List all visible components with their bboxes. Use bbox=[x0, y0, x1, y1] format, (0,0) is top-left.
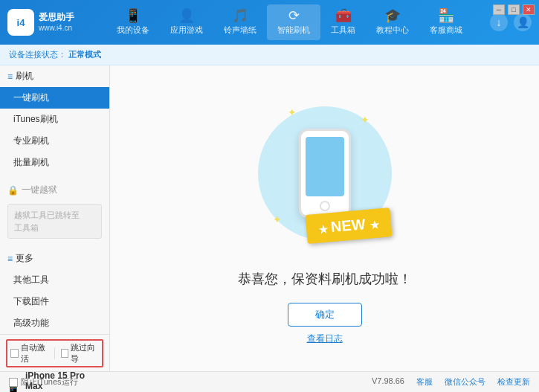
sidebar-item-download-firmware[interactable]: 下载固件 bbox=[0, 291, 109, 312]
sparkle-icon-3: ✦ bbox=[273, 213, 282, 225]
device-options-row: 自动激活 跳过向导 bbox=[6, 339, 103, 367]
nav-bar: 📱 我的设备 👤 应用游戏 🎵 铃声墙纸 ⟳ 智能刷机 🧰 工具箱 🎓 教 bbox=[89, 4, 490, 40]
sidebar: ≡ 刷机 一键刷机 iTunes刷机 专业刷机 批量刷机 🔒 一键越狱 bbox=[0, 65, 110, 371]
confirm-button[interactable]: 确定 bbox=[288, 303, 362, 327]
skip-backup-checkbox[interactable] bbox=[61, 349, 69, 358]
footer-right: V7.98.66 客服 微信公众号 检查更新 bbox=[372, 376, 530, 388]
phone-home-button bbox=[320, 201, 330, 211]
success-message: 恭喜您，保资料刷机成功啦！ bbox=[238, 270, 412, 288]
sidebar-item-pro-flash[interactable]: 专业刷机 bbox=[0, 130, 109, 152]
app-games-icon: 👤 bbox=[178, 9, 195, 22]
smart-flash-icon: ⟳ bbox=[288, 9, 300, 22]
sidebar-item-batch-flash[interactable]: 批量刷机 bbox=[0, 152, 109, 173]
tutorial-icon: 🎓 bbox=[384, 9, 401, 22]
option-divider bbox=[54, 347, 55, 359]
nav-tutorial[interactable]: 🎓 教程中心 bbox=[366, 4, 419, 40]
breadcrumb: 设备连接状态： 正常模式 bbox=[0, 45, 539, 65]
sidebar-item-one-key-flash[interactable]: 一键刷机 bbox=[0, 87, 109, 109]
version-label: V7.98.66 bbox=[372, 376, 404, 388]
user-button[interactable]: 👤 bbox=[514, 13, 532, 31]
content-area: ✦ ✦ ✦ NEW 恭喜您，保资料刷机成功啦！ 确定 查看日志 bbox=[110, 65, 539, 371]
phone-body bbox=[299, 129, 351, 218]
maximize-button[interactable]: □ bbox=[508, 4, 520, 15]
logo-text: 爱思助手 www.i4.cn bbox=[39, 11, 74, 34]
main-layout: ≡ 刷机 一键刷机 iTunes刷机 专业刷机 批量刷机 🔒 一键越狱 bbox=[0, 65, 539, 371]
customer-service-link[interactable]: 客服 bbox=[416, 376, 433, 388]
sidebar-item-advanced[interactable]: 高级功能 bbox=[0, 312, 109, 334]
sparkle-icon-1: ✦ bbox=[288, 106, 297, 118]
header-right: ↓ 👤 bbox=[490, 13, 532, 31]
stop-itunes-checkbox[interactable] bbox=[9, 378, 18, 387]
ringtones-icon: 🎵 bbox=[232, 9, 248, 22]
footer-left: 阻止iTunes运行 bbox=[9, 376, 78, 388]
check-update-link[interactable]: 检查更新 bbox=[497, 376, 530, 388]
logo-icon: i4 bbox=[7, 9, 34, 36]
close-button[interactable]: ✕ bbox=[523, 4, 535, 15]
minimize-button[interactable]: ─ bbox=[493, 4, 505, 15]
my-device-icon: 📱 bbox=[125, 9, 141, 22]
logo-area: i4 爱思助手 www.i4.cn bbox=[7, 9, 89, 36]
wechat-link[interactable]: 微信公众号 bbox=[445, 376, 485, 388]
auto-activate-option[interactable]: 自动激活 bbox=[10, 342, 48, 364]
sparkle-icon-2: ✦ bbox=[361, 114, 369, 126]
sidebar-section-jailbreak: 🔒 一键越狱 bbox=[0, 179, 109, 201]
disabled-notice: 越狱工具已跳转至 工具箱 bbox=[7, 204, 102, 239]
skip-backup-option[interactable]: 跳过向导 bbox=[61, 342, 99, 364]
header: i4 爱思助手 www.i4.cn 📱 我的设备 👤 应用游戏 🎵 铃声墙纸 ⟳ bbox=[0, 0, 539, 45]
new-badge: NEW bbox=[306, 208, 393, 244]
nav-store[interactable]: 🏪 客服商城 bbox=[419, 4, 473, 40]
stop-itunes-label: 阻止iTunes运行 bbox=[21, 376, 78, 388]
nav-smart-flash[interactable]: ⟳ 智能刷机 bbox=[267, 4, 320, 40]
sidebar-item-itunes-flash[interactable]: iTunes刷机 bbox=[0, 109, 109, 130]
store-icon: 🏪 bbox=[438, 9, 454, 22]
sidebar-section-flash: ≡ 刷机 bbox=[0, 65, 109, 87]
phone-illustration: ✦ ✦ ✦ NEW bbox=[243, 91, 407, 255]
auto-activate-checkbox[interactable] bbox=[10, 349, 19, 358]
view-log-link[interactable]: 查看日志 bbox=[307, 332, 343, 345]
phone-screen bbox=[306, 137, 344, 196]
nav-my-device[interactable]: 📱 我的设备 bbox=[106, 4, 160, 40]
nav-toolbox[interactable]: 🧰 工具箱 bbox=[320, 4, 366, 40]
toolbox-icon: 🧰 bbox=[335, 9, 352, 22]
download-button[interactable]: ↓ bbox=[490, 13, 508, 31]
nav-ringtones[interactable]: 🎵 铃声墙纸 bbox=[213, 4, 267, 40]
sidebar-section-more: ≡ 更多 bbox=[0, 248, 109, 269]
nav-app-games[interactable]: 👤 应用游戏 bbox=[160, 4, 213, 40]
window-controls: ─ □ ✕ bbox=[493, 4, 535, 15]
sidebar-item-other-tools[interactable]: 其他工具 bbox=[0, 269, 109, 291]
